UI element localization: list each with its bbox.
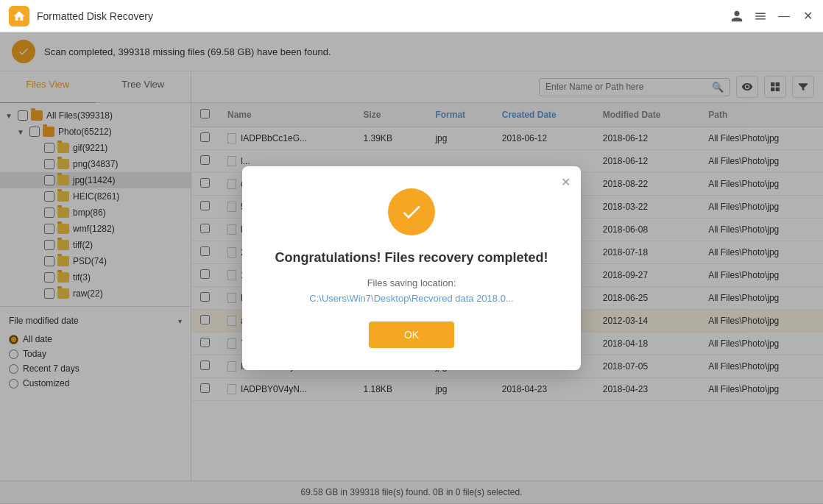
minimize-button[interactable]: — <box>777 10 791 23</box>
profile-button[interactable] <box>730 10 743 23</box>
app-title: Formatted Disk Recovery <box>37 10 730 22</box>
modal-close-button[interactable]: ✕ <box>561 175 571 189</box>
modal-ok-button[interactable]: OK <box>369 322 454 348</box>
modal-check-icon <box>400 200 423 224</box>
modal-title: Congratulations! Files recovery complete… <box>272 250 551 266</box>
modal-subtitle: Files saving location: <box>272 277 551 288</box>
modal-success-icon <box>388 188 435 235</box>
modal-overlay: ✕ Congratulations! Files recovery comple… <box>0 32 823 504</box>
menu-button[interactable] <box>754 10 767 23</box>
modal-save-path-link[interactable]: C:\Users\Win7\Desktop\Recvored data 2018… <box>272 293 551 304</box>
app-icon <box>9 6 29 26</box>
title-bar: Formatted Disk Recovery — ✕ <box>0 0 823 32</box>
window-controls: — ✕ <box>730 10 814 23</box>
close-button[interactable]: ✕ <box>801 10 814 23</box>
home-icon <box>13 10 26 23</box>
modal-dialog: ✕ Congratulations! Files recovery comple… <box>242 166 581 370</box>
